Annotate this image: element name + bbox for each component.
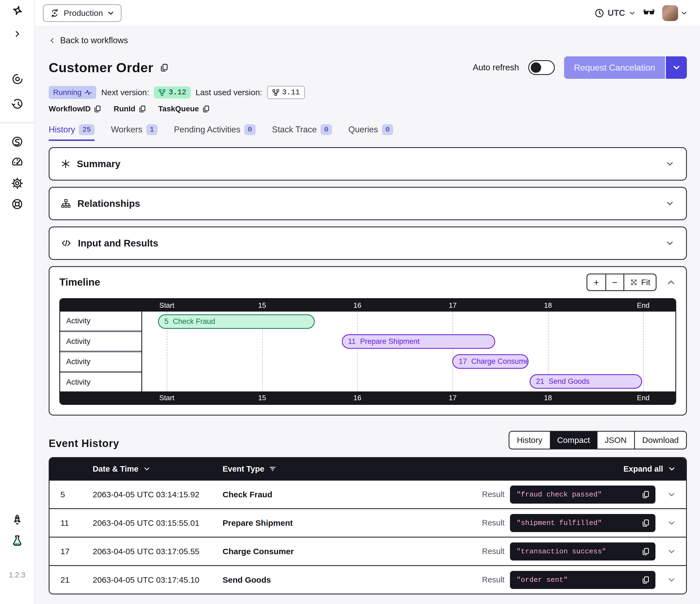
tick-label: Start <box>159 394 174 402</box>
run-id-label: RunId <box>114 104 135 113</box>
getting-started-rocket-icon[interactable] <box>11 513 24 526</box>
fit-expand-icon <box>630 278 638 286</box>
timeline-bar-check-fraud[interactable]: 5 Check Fraud <box>158 314 315 329</box>
run-id-copy[interactable]: RunId <box>114 104 146 113</box>
filter-event-type[interactable]: Event Type <box>223 464 448 474</box>
section-title: Summary <box>77 159 121 169</box>
tab-label: Pending Activities <box>174 125 240 135</box>
tick-label: 18 <box>544 301 552 310</box>
zoom-in-button[interactable]: + <box>588 274 605 290</box>
timeline-bar-charge-consumer[interactable]: 17 Charge Consumer <box>452 354 529 369</box>
usage-icon[interactable] <box>11 156 24 169</box>
expand-row-button[interactable] <box>655 575 676 585</box>
summary-accordion[interactable]: Summary <box>49 147 687 180</box>
labs-flask-icon[interactable] <box>11 534 24 547</box>
copy-icon[interactable] <box>641 547 650 556</box>
pulse-icon <box>84 89 92 96</box>
timeline-bar-send-goods[interactable]: 21 Send Goods <box>530 374 642 389</box>
expand-row-button[interactable] <box>655 547 676 556</box>
workflows-icon[interactable] <box>11 72 24 86</box>
namespace-switcher[interactable]: Production <box>43 4 121 22</box>
copy-icon[interactable] <box>641 490 650 499</box>
nexus-icon[interactable] <box>11 135 24 148</box>
task-queue-copy[interactable]: TaskQueue <box>158 104 210 113</box>
timeline-bar-prepare-shipment[interactable]: 11 Prepare Shipment <box>342 334 495 349</box>
copy-icon <box>138 105 146 113</box>
status-label: Running <box>53 88 81 97</box>
expand-row-button[interactable] <box>655 518 676 528</box>
view-compact-button[interactable]: Compact <box>550 432 597 449</box>
row-label: Activity <box>60 371 141 392</box>
tree-icon <box>61 199 71 209</box>
tab-stack-trace[interactable]: Stack Trace 0 <box>272 124 332 141</box>
tick-label: 16 <box>354 301 361 310</box>
chevron-down-icon <box>665 159 675 169</box>
copy-icon[interactable] <box>641 518 650 527</box>
chevron-down-icon <box>667 575 676 585</box>
event-view-switcher: History Compact JSON Download <box>508 431 687 450</box>
tab-pending-activities[interactable]: Pending Activities 0 <box>174 124 256 141</box>
result-value: "shipment fulfilled" <box>517 519 641 527</box>
event-row[interactable]: 11 2063-04-05 UTC 03:15:55.01 Prepare Sh… <box>49 508 686 537</box>
tick-label: 15 <box>258 301 266 310</box>
copy-icon[interactable] <box>641 576 650 584</box>
result-code-chip: "fraud check passed" <box>510 486 655 504</box>
tab-workers[interactable]: Workers 1 <box>111 124 157 141</box>
result-code-chip: "order sent" <box>510 571 655 589</box>
relationships-accordion[interactable]: Relationships <box>49 187 687 220</box>
event-id: 21 <box>60 575 93 585</box>
view-history-button[interactable]: History <box>509 432 550 449</box>
workflow-id-copy[interactable]: WorkflowID <box>49 104 101 113</box>
branch-icon <box>158 89 166 96</box>
cancelation-menu-button[interactable] <box>665 56 687 79</box>
event-row[interactable]: 21 2063-04-05 UTC 03:17:45.10 Send Goods… <box>49 565 686 594</box>
zoom-out-button[interactable]: − <box>605 274 623 290</box>
input-results-accordion[interactable]: Input and Results <box>49 226 687 260</box>
sidebar-expand-icon[interactable] <box>11 27 24 41</box>
sort-date-time[interactable]: Date & Time <box>93 464 223 474</box>
view-json-button[interactable]: JSON <box>597 432 634 449</box>
avatar <box>662 5 678 21</box>
timeline-row-labels: Activity Activity Activity Activity <box>60 312 142 391</box>
collapse-timeline-icon[interactable] <box>666 277 676 288</box>
task-queue-label: TaskQueue <box>158 104 199 113</box>
copy-icon <box>93 105 101 113</box>
chevron-down-icon <box>667 547 676 556</box>
sidebar-divider <box>0 123 34 123</box>
namespace-label: Production <box>64 8 103 18</box>
settings-gear-icon[interactable] <box>11 177 24 190</box>
schedules-icon[interactable] <box>11 97 24 111</box>
auto-refresh-toggle[interactable] <box>528 60 555 75</box>
feedback-glasses-icon[interactable] <box>643 7 655 19</box>
request-cancelation-button[interactable]: Request Cancelation <box>564 56 665 79</box>
timeline-chart: Start 15 16 17 18 End Activity Activity <box>59 298 676 405</box>
section-title: Input and Results <box>78 238 158 249</box>
zoom-fit-button[interactable]: Fit <box>623 274 656 290</box>
copy-workflow-name-icon[interactable] <box>159 63 169 72</box>
workflow-id-label: WorkflowID <box>49 104 91 113</box>
tick-label: Start <box>159 301 174 310</box>
tick-label: End <box>637 301 649 310</box>
bar-event-id: 21 <box>536 377 544 386</box>
bar-event-name: Send Goods <box>549 377 590 386</box>
expand-row-button[interactable] <box>655 490 676 499</box>
bar-event-id: 11 <box>348 337 356 346</box>
nav-rail: 1.2.3 <box>0 0 35 604</box>
next-version-value: 3.12 <box>169 88 186 97</box>
branch-icon <box>272 89 279 96</box>
back-to-workflows-link[interactable]: Back to workflows <box>49 35 128 45</box>
tab-history[interactable]: History 25 <box>49 124 95 141</box>
user-menu[interactable] <box>662 5 688 21</box>
tab-label: Queries <box>348 125 378 135</box>
timezone-selector[interactable]: UTC <box>595 8 636 18</box>
support-lifebuoy-icon[interactable] <box>11 197 24 211</box>
download-button[interactable]: Download <box>634 432 686 449</box>
tab-queries[interactable]: Queries 0 <box>348 124 393 141</box>
toggle-knob <box>531 63 541 73</box>
result-label: Result <box>482 575 504 584</box>
expand-all-button[interactable]: Expand all <box>448 464 676 474</box>
event-type: Charge Consumer <box>223 547 448 556</box>
event-id: 11 <box>60 518 93 528</box>
event-row[interactable]: 5 2063-04-05 UTC 03:14:15.92 Check Fraud… <box>49 480 686 508</box>
event-row[interactable]: 17 2063-04-05 UTC 03:17:05.55 Charge Con… <box>49 537 686 565</box>
